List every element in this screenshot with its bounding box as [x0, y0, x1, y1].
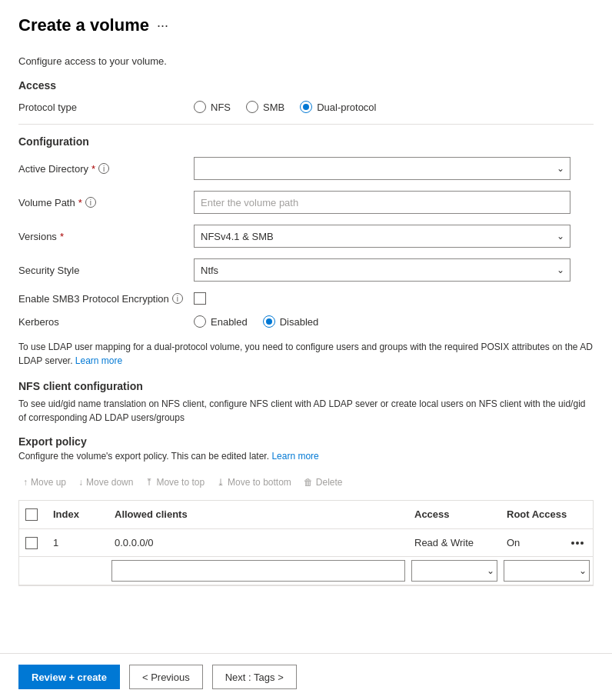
kerberos-enabled-option[interactable]: Enabled	[194, 315, 248, 328]
table-row: 1 0.0.0.0/0 Read & Write On	[19, 529, 593, 557]
move-down-button[interactable]: ↓ Move down	[74, 474, 138, 491]
radio-nfs-input[interactable]	[194, 101, 206, 113]
edit-row-checkbox-cell	[19, 566, 47, 575]
kerberos-disabled-label: Disabled	[280, 316, 319, 328]
edit-row-access-cell	[408, 557, 501, 585]
versions-select[interactable]: NFSv4.1 & SMB NFSv3 & SMB	[194, 225, 570, 248]
versions-required: *	[60, 231, 64, 242]
page-header: Create a volume ···	[0, 0, 612, 43]
export-policy-learn-more-link[interactable]: Learn more	[271, 451, 318, 462]
nfs-section-title: NFS client configuration	[18, 380, 594, 392]
table-header: Index Allowed clients Access Root Access	[19, 501, 593, 529]
smb3-encryption-checkbox[interactable]	[194, 292, 206, 305]
versions-row: Versions * NFSv4.1 & SMB NFSv3 & SMB ⌄	[18, 225, 594, 248]
kerberos-disabled-radio[interactable]	[263, 315, 275, 328]
volume-path-required: *	[78, 197, 82, 208]
row-1-index: 1	[47, 532, 108, 553]
ldap-learn-more-link[interactable]: Learn more	[75, 355, 122, 366]
export-policy-section: Export policy Configure the volume's exp…	[18, 435, 594, 586]
radio-nfs[interactable]: NFS	[194, 101, 231, 113]
move-up-icon: ↑	[23, 477, 28, 488]
versions-control: NFSv4.1 & SMB NFSv3 & SMB ⌄	[194, 225, 570, 248]
next-button[interactable]: Next : Tags >	[212, 665, 297, 689]
ellipsis-dot-2	[576, 542, 579, 545]
nfs-section: NFS client configuration To see uid/gid …	[18, 380, 594, 425]
move-to-top-button[interactable]: ⤒ Move to top	[141, 474, 209, 491]
row-1-allowed-clients: 0.0.0.0/0	[108, 532, 408, 553]
table-header-checkbox[interactable]	[25, 508, 38, 521]
active-directory-label: Active Directory * i	[18, 163, 188, 175]
move-to-top-icon: ⤒	[145, 477, 153, 488]
radio-dual-input[interactable]	[300, 101, 312, 113]
edit-row-clients-input[interactable]	[111, 560, 405, 582]
page-content: Configure access to your volume. Access …	[0, 43, 612, 653]
table-edit-row	[19, 557, 593, 585]
configuration-section-title: Configuration	[18, 135, 594, 148]
radio-dual-dot	[303, 104, 309, 110]
row-1-checkbox[interactable]	[25, 537, 38, 549]
edit-row-index-cell	[47, 566, 108, 575]
header-more-options[interactable]: ···	[157, 18, 168, 34]
radio-dual-label: Dual-protocol	[317, 102, 376, 113]
table-header-index: Index	[47, 505, 108, 524]
export-policy-description: Configure the volume's export policy. Th…	[18, 451, 594, 462]
kerberos-disabled-dot	[266, 318, 272, 325]
edit-row-root-access-cell	[501, 557, 593, 585]
review-create-button[interactable]: Review + create	[18, 665, 120, 689]
security-style-label: Security Style	[18, 265, 188, 276]
radio-dual[interactable]: Dual-protocol	[300, 101, 376, 113]
move-to-bottom-button[interactable]: ⤓ Move to bottom	[212, 474, 296, 491]
versions-label: Versions *	[18, 231, 188, 242]
table-header-checkbox-cell	[19, 505, 47, 524]
active-directory-select-wrapper: ⌄	[194, 157, 570, 180]
page-title: Create a volume	[18, 15, 149, 35]
security-style-select-wrapper: Ntfs Unix ⌄	[194, 258, 570, 282]
move-up-button[interactable]: ↑ Move up	[18, 474, 71, 491]
security-style-row: Security Style Ntfs Unix ⌄	[18, 258, 594, 282]
volume-path-row: Volume Path * i	[18, 191, 594, 214]
security-style-select[interactable]: Ntfs Unix	[194, 258, 570, 282]
volume-path-control	[194, 191, 570, 214]
smb3-encryption-row: Enable SMB3 Protocol Encryption i	[18, 292, 594, 305]
radio-smb-label: SMB	[263, 102, 284, 113]
table-header-root-access: Root Access	[501, 505, 593, 524]
protocol-type-radio-group: NFS SMB Dual-protocol	[194, 101, 570, 113]
edit-row-access-select[interactable]	[411, 560, 497, 582]
security-style-control: Ntfs Unix ⌄	[194, 258, 570, 282]
export-policy-toolbar: ↑ Move up ↓ Move down ⤒ Move to top ⤓ Mo…	[18, 471, 594, 494]
row-1-root-access: On	[501, 532, 593, 553]
page-subtitle: Configure access to your volume.	[18, 55, 594, 67]
page-footer: Review + create < Previous Next : Tags >	[0, 653, 612, 700]
previous-button[interactable]: < Previous	[129, 665, 203, 689]
table-header-access: Access	[408, 505, 501, 524]
active-directory-required: *	[91, 163, 95, 175]
kerberos-disabled-option[interactable]: Disabled	[263, 315, 319, 328]
export-policy-title: Export policy	[18, 435, 594, 448]
row-1-more-options[interactable]	[568, 540, 587, 546]
radio-nfs-label: NFS	[211, 102, 231, 113]
table-header-allowed-clients: Allowed clients	[108, 505, 408, 524]
export-policy-table: Index Allowed clients Access Root Access…	[18, 500, 594, 586]
kerberos-enabled-radio[interactable]	[194, 315, 206, 328]
volume-path-input[interactable]	[194, 191, 570, 214]
smb3-info-icon[interactable]: i	[172, 293, 183, 304]
delete-button[interactable]: 🗑 Delete	[299, 474, 348, 491]
kerberos-enabled-label: Enabled	[211, 316, 248, 328]
edit-row-clients-cell	[108, 557, 408, 585]
ldap-info: To use LDAP user mapping for a dual-prot…	[18, 340, 594, 368]
kerberos-row: Kerberos Enabled Disabled	[18, 315, 594, 328]
row-1-access: Read & Write	[408, 532, 501, 553]
ellipsis-dot-3	[580, 542, 584, 545]
active-directory-select[interactable]	[194, 157, 570, 180]
active-directory-info-icon[interactable]: i	[98, 163, 109, 174]
volume-path-info-icon[interactable]: i	[85, 197, 96, 208]
move-down-icon: ↓	[78, 477, 83, 488]
radio-smb-input[interactable]	[246, 101, 258, 113]
page-container: Create a volume ··· Configure access to …	[0, 0, 612, 700]
nfs-section-description: To see uid/gid name translation on NFS c…	[18, 397, 594, 425]
edit-row-root-select[interactable]	[504, 560, 590, 582]
ellipsis-dot-1	[571, 542, 574, 545]
kerberos-label: Kerberos	[18, 316, 188, 328]
radio-smb[interactable]: SMB	[246, 101, 284, 113]
smb3-encryption-label: Enable SMB3 Protocol Encryption i	[18, 293, 188, 305]
